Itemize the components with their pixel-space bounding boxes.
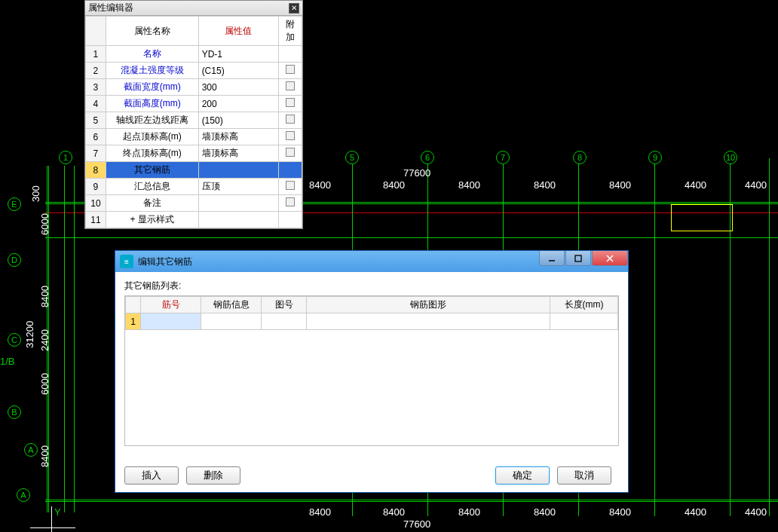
row-number: 6 bbox=[86, 129, 106, 145]
property-row[interactable]: 7终点顶标高(m)墙顶标高 bbox=[86, 145, 302, 162]
close-button[interactable] bbox=[592, 251, 628, 266]
checkbox-icon[interactable] bbox=[286, 131, 295, 140]
property-row[interactable]: 4截面高度(mm)200 bbox=[86, 96, 302, 112]
panel-titlebar[interactable]: 属性编辑器 ✕ bbox=[85, 1, 302, 16]
prop-extra[interactable] bbox=[278, 129, 302, 145]
checkbox-icon[interactable] bbox=[286, 148, 295, 157]
prop-extra[interactable] bbox=[278, 63, 302, 79]
property-row[interactable]: 2混凝土强度等级(C15) bbox=[86, 63, 302, 79]
cell-no[interactable] bbox=[141, 313, 201, 330]
property-row[interactable]: 3截面宽度(mm)300 bbox=[86, 79, 302, 96]
axis-bubble: 8 bbox=[573, 151, 587, 164]
crosshair bbox=[51, 506, 52, 532]
cell-info[interactable] bbox=[201, 313, 262, 330]
prop-extra[interactable] bbox=[278, 179, 302, 195]
cell-code[interactable] bbox=[262, 313, 307, 330]
prop-extra[interactable] bbox=[278, 145, 302, 162]
prop-value[interactable] bbox=[198, 195, 278, 212]
prop-value[interactable]: YD-1 bbox=[198, 46, 278, 63]
row-number: 5 bbox=[86, 112, 106, 129]
row-number: 9 bbox=[86, 179, 106, 195]
prop-name: 汇总信息 bbox=[106, 179, 198, 195]
prop-name: 备注 bbox=[106, 195, 198, 212]
cell-shape[interactable] bbox=[307, 313, 550, 330]
table-row[interactable]: 1 bbox=[126, 313, 618, 330]
axis-bubble: A bbox=[17, 488, 30, 502]
prop-name: 起点顶标高(m) bbox=[106, 129, 198, 145]
col-info: 钢筋信息 bbox=[201, 297, 262, 313]
rebar-grid[interactable]: 筋号 钢筋信息 图号 钢筋图形 长度(mm) 1 bbox=[124, 295, 619, 446]
dim-text: 6000 bbox=[39, 213, 51, 235]
cad-line bbox=[64, 166, 65, 512]
prop-value[interactable] bbox=[198, 212, 278, 228]
expand-icon[interactable]: + bbox=[130, 214, 136, 225]
axis-bubble: 7 bbox=[496, 151, 510, 164]
property-row[interactable]: 6起点顶标高(m)墙顶标高 bbox=[86, 129, 302, 145]
property-row[interactable]: 10备注 bbox=[86, 195, 302, 212]
dim-text: 4400 bbox=[685, 179, 706, 191]
delete-button[interactable]: 删除 bbox=[186, 466, 240, 485]
checkbox-icon[interactable] bbox=[286, 115, 295, 124]
insert-button[interactable]: 插入 bbox=[124, 466, 179, 485]
axis-bubble: D bbox=[8, 253, 21, 267]
dim-text: 2400 bbox=[39, 329, 51, 351]
dim-text: 4400 bbox=[745, 179, 767, 191]
row-number: 3 bbox=[86, 79, 106, 96]
prop-name: 截面宽度(mm) bbox=[106, 79, 198, 96]
axis-bubble: 6 bbox=[421, 151, 434, 164]
axis-bubble: E bbox=[8, 197, 21, 211]
minimize-button[interactable] bbox=[539, 251, 565, 266]
axis-bubble: 10 bbox=[724, 151, 737, 164]
prop-value[interactable]: 300 bbox=[198, 79, 278, 96]
prop-extra[interactable] bbox=[278, 112, 302, 129]
prop-value[interactable] bbox=[198, 162, 278, 179]
col-name: 属性名称 bbox=[106, 17, 198, 46]
prop-value[interactable]: (150) bbox=[198, 112, 278, 129]
dim-text: 8400 bbox=[609, 179, 631, 191]
cad-line bbox=[769, 158, 770, 516]
checkbox-icon[interactable] bbox=[286, 65, 295, 74]
maximize-button[interactable] bbox=[565, 251, 591, 266]
prop-extra[interactable] bbox=[278, 46, 302, 63]
property-row[interactable]: 11+ 显示样式 bbox=[86, 212, 302, 228]
dim-text: 8400 bbox=[309, 179, 331, 191]
cell-len[interactable] bbox=[550, 313, 618, 330]
col-rownum bbox=[126, 297, 141, 313]
dim-text: 8400 bbox=[458, 179, 480, 191]
dim-text: 300 bbox=[30, 185, 41, 202]
dim-text: 8400 bbox=[534, 506, 556, 518]
checkbox-icon[interactable] bbox=[286, 197, 295, 206]
axis-bubble: C bbox=[8, 333, 21, 347]
ok-button[interactable]: 确定 bbox=[495, 466, 550, 485]
row-number: 2 bbox=[86, 63, 106, 79]
property-row[interactable]: 1名称YD-1 bbox=[86, 46, 302, 63]
edit-rebar-dialog: ≡ 编辑其它钢筋 其它钢筋列表: 筋号 bbox=[115, 250, 629, 493]
cad-line bbox=[45, 237, 778, 238]
checkbox-icon[interactable] bbox=[286, 181, 295, 190]
checkbox-icon[interactable] bbox=[286, 81, 295, 90]
prop-value[interactable]: 200 bbox=[198, 96, 278, 112]
checkbox-icon[interactable] bbox=[286, 98, 295, 107]
prop-name: 混凝土强度等级 bbox=[106, 63, 198, 79]
property-row[interactable]: 5轴线距左边线距离(150) bbox=[86, 112, 302, 129]
prop-value[interactable]: 墙顶标高 bbox=[198, 129, 278, 145]
dim-text: 8400 bbox=[39, 445, 51, 467]
cancel-button[interactable]: 取消 bbox=[557, 466, 611, 485]
prop-extra[interactable] bbox=[278, 195, 302, 212]
property-row[interactable]: 9汇总信息压顶 bbox=[86, 179, 302, 195]
prop-name: 名称 bbox=[106, 46, 198, 63]
prop-extra[interactable] bbox=[278, 96, 302, 112]
close-icon[interactable]: ✕ bbox=[289, 3, 299, 14]
prop-value[interactable]: (C15) bbox=[198, 63, 278, 79]
prop-value[interactable]: 墙顶标高 bbox=[198, 145, 278, 162]
prop-extra[interactable] bbox=[278, 79, 302, 96]
prop-value[interactable]: 压顶 bbox=[198, 179, 278, 195]
property-row[interactable]: 8其它钢筋 bbox=[86, 162, 302, 179]
dialog-titlebar[interactable]: ≡ 编辑其它钢筋 bbox=[115, 251, 628, 272]
prop-extra[interactable] bbox=[278, 162, 302, 179]
axis-bubble: B bbox=[8, 405, 21, 419]
prop-extra[interactable] bbox=[278, 212, 302, 228]
dim-total: 77600 bbox=[403, 518, 430, 530]
col-shape: 钢筋图形 bbox=[307, 297, 550, 313]
dim-text: 8400 bbox=[534, 179, 556, 191]
